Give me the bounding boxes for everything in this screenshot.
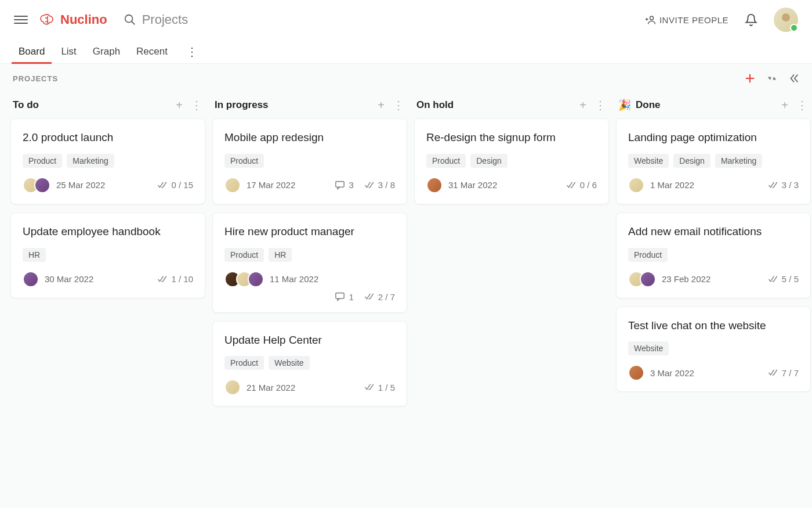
card-tags: ProductHR [224,248,395,262]
tag[interactable]: HR [269,248,292,262]
avatar [224,177,241,193]
topbar: Nuclino Projects INVITE PEOPLE [0,0,812,39]
column-more-icon[interactable] [190,99,203,111]
logo[interactable]: Nuclino [39,12,107,27]
tag[interactable]: Design [673,154,710,168]
card[interactable]: 2.0 product launchProductMarketing25 Mar… [10,118,205,204]
card-date: 31 Mar 2022 [448,180,497,190]
tabs-more-icon[interactable] [184,45,200,59]
tab-graph[interactable]: Graph [93,39,120,63]
user-avatar[interactable] [774,8,798,32]
card[interactable]: Update Help CenterProductWebsite21 Mar 2… [212,321,407,407]
avatar [23,271,39,287]
tag[interactable]: Design [470,154,507,168]
column-more-icon[interactable] [594,99,607,111]
tag[interactable]: Marketing [715,154,762,168]
card[interactable]: Hire new product managerProductHR11 Mar … [212,212,407,313]
card[interactable]: Landing page optimizationWebsiteDesignMa… [616,118,811,204]
column: 🎉Done+Landing page optimizationWebsiteDe… [616,95,811,400]
svg-line-1 [131,21,135,25]
comments-count: 1 [335,292,353,302]
card-tags: ProductMarketing [23,154,193,168]
tag[interactable]: Product [426,154,466,168]
card-avatars[interactable] [628,271,656,287]
card-tags: Product [224,154,395,168]
card-date: 3 Mar 2022 [650,368,694,378]
card-footer: 30 Mar 20221 / 10 [23,271,193,287]
column: In progress+Mobile app redesignProduct17… [212,95,407,415]
card-title: Update employee handbook [23,225,193,239]
column-header: On hold+ [414,95,609,118]
column-title: On hold [416,99,454,111]
card-avatars[interactable] [23,271,39,287]
svg-rect-8 [336,293,344,299]
tag[interactable]: HR [23,248,46,262]
card[interactable]: Re-design the signup formProductDesign31… [414,118,609,204]
logo-text: Nuclino [60,12,107,27]
column-more-icon[interactable] [392,99,405,111]
card-date: 21 Mar 2022 [246,383,295,392]
card[interactable]: Test live chat on the websiteWebsite3 Ma… [616,307,811,392]
card-tags: ProductDesign [426,154,597,168]
avatar [224,379,241,395]
card-footer-2: 12 / 7 [224,292,395,302]
invite-people-button[interactable]: INVITE PEOPLE [646,15,728,25]
tab-list[interactable]: List [61,39,76,63]
column-title: To do [13,99,39,111]
tag[interactable]: Website [269,356,309,370]
card-avatars[interactable] [224,379,241,395]
tag[interactable]: Product [224,154,264,168]
column-title: Done [636,99,661,111]
add-button[interactable] [745,73,755,84]
card-avatars[interactable] [224,271,264,287]
view-tabs: BoardListGraphRecent [0,39,812,64]
board-actions [745,73,799,84]
card-avatars[interactable] [224,177,241,193]
card-avatars[interactable] [426,177,443,193]
card-avatars[interactable] [628,177,644,193]
checklist-count: 3 / 8 [364,180,395,190]
invite-label: INVITE PEOPLE [659,15,728,25]
column-more-icon[interactable] [796,99,809,111]
tag[interactable]: Product [224,356,264,370]
checklist-count: 0 / 15 [157,180,193,190]
menu-icon[interactable] [14,13,28,27]
card[interactable]: Mobile app redesignProduct17 Mar 202233 … [212,118,407,204]
search[interactable]: Projects [124,12,188,27]
card-title: Mobile app redesign [224,131,395,145]
chevron-left-icon[interactable] [789,73,799,84]
notifications-icon[interactable] [745,13,757,26]
column-add-icon[interactable]: + [173,99,186,111]
card-date: 25 Mar 2022 [56,180,105,190]
column-header: In progress+ [212,95,407,118]
tab-recent[interactable]: Recent [136,39,168,63]
tag[interactable]: Website [628,154,669,168]
checklist-count: 3 / 3 [768,180,799,190]
avatar [640,271,656,287]
card-avatars[interactable] [23,177,50,193]
card[interactable]: Update employee handbookHR30 Mar 20221 /… [10,212,205,298]
card-title: Update Help Center [224,333,395,347]
brain-icon [39,13,56,26]
column: On hold+Re-design the signup formProduct… [414,95,609,212]
tag[interactable]: Product [224,248,264,262]
column-add-icon[interactable]: + [577,99,589,111]
column-add-icon[interactable]: + [375,99,387,111]
tag[interactable]: Product [23,154,62,168]
search-placeholder: Projects [142,12,188,27]
card[interactable]: Add new email notificationsProduct23 Feb… [616,212,811,298]
avatar [628,365,644,381]
search-icon [124,13,136,26]
column-add-icon[interactable]: + [778,99,791,111]
svg-point-2 [650,16,653,20]
tab-board[interactable]: Board [19,39,45,63]
tag[interactable]: Product [628,248,668,262]
card-avatars[interactable] [628,365,644,381]
card-title: Add new email notifications [628,225,799,239]
card-title: 2.0 product launch [23,131,193,145]
collapse-icon[interactable] [767,73,777,84]
breadcrumb[interactable]: PROJECTS [13,74,58,83]
tag[interactable]: Marketing [67,154,114,168]
svg-rect-7 [336,181,344,187]
tag[interactable]: Website [628,341,669,355]
